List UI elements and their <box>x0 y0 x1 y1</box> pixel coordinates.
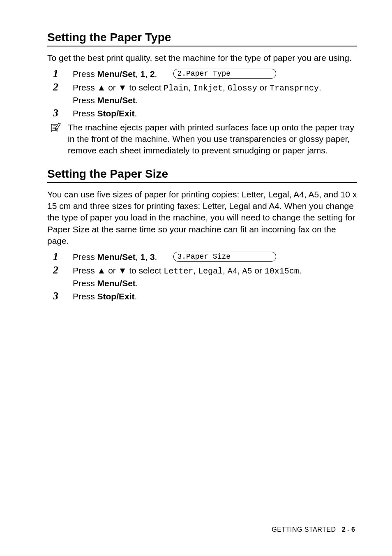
step-instruction: Press Stop/Exit. <box>73 107 357 120</box>
step-instruction: Press Menu/Set, 1, 2. <box>73 68 157 80</box>
section-paper-type: Setting the Paper Type To get the best p… <box>47 31 357 157</box>
section-title: Setting the Paper Type <box>47 31 357 44</box>
step-instruction: Press Stop/Exit. <box>73 290 357 303</box>
step-instruction: Press ▲ or ▼ to select Letter, Legal, A4… <box>73 264 357 290</box>
footer-label: GETTING STARTED <box>272 526 336 533</box>
lcd-display: 3.Paper Size <box>173 252 276 262</box>
section-title: Setting the Paper Size <box>47 167 357 181</box>
step-3: 3 Press Stop/Exit. <box>47 107 357 120</box>
step-number: 3 <box>47 290 73 302</box>
step-instruction: Press ▲ or ▼ to select Plain, Inkjet, Gl… <box>73 81 357 107</box>
step-list: 1 Press Menu/Set, 1, 2. 2.Paper Type 2 P… <box>47 68 357 120</box>
note-text: The machine ejects paper with printed su… <box>68 122 357 157</box>
intro-text: You can use five sizes of paper for prin… <box>47 189 357 247</box>
step-2: 2 Press ▲ or ▼ to select Plain, Inkjet, … <box>47 81 357 107</box>
page-content: Setting the Paper Type To get the best p… <box>0 0 392 303</box>
section-divider <box>47 46 357 46</box>
step-number: 1 <box>47 68 73 80</box>
section-paper-size: Setting the Paper Size You can use five … <box>47 167 357 303</box>
page-footer: GETTING STARTED 2 - 6 <box>272 526 355 533</box>
section-divider <box>47 182 357 183</box>
footer-page-number: 2 - 6 <box>342 526 355 533</box>
lcd-display: 2.Paper Type <box>173 69 276 79</box>
step-3: 3 Press Stop/Exit. <box>47 290 357 303</box>
step-instruction: Press Menu/Set, 1, 3. <box>73 251 157 263</box>
intro-text: To get the best print quality, set the m… <box>47 52 357 64</box>
step-1: 1 Press Menu/Set, 1, 2. 2.Paper Type <box>47 68 357 80</box>
step-2: 2 Press ▲ or ▼ to select Letter, Legal, … <box>47 264 357 290</box>
step-list: 1 Press Menu/Set, 1, 3. 3.Paper Size 2 P… <box>47 251 357 303</box>
step-number: 2 <box>47 81 73 93</box>
step-number: 2 <box>47 264 73 276</box>
note-icon <box>47 122 68 135</box>
step-number: 3 <box>47 107 73 119</box>
step-1: 1 Press Menu/Set, 1, 3. 3.Paper Size <box>47 251 357 263</box>
step-number: 1 <box>47 251 73 263</box>
note-block: The machine ejects paper with printed su… <box>47 122 357 157</box>
